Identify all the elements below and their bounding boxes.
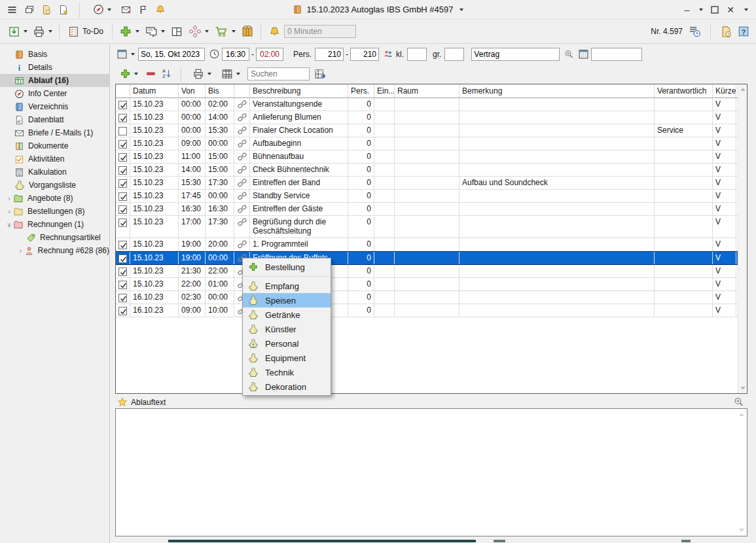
- checkbox-cell[interactable]: [116, 124, 130, 137]
- sidebar-item-ablauf-16-[interactable]: Ablauf (16): [0, 74, 109, 87]
- table-row[interactable]: 16.10.2309:0010:000V: [116, 304, 738, 317]
- column-header-link[interactable]: [234, 84, 250, 97]
- row-checkbox[interactable]: [118, 219, 127, 227]
- sidebar-item-rechnung-628-86-[interactable]: ›Rechnung #628 (86): [0, 244, 109, 257]
- checkbox-cell[interactable]: [116, 150, 130, 163]
- column-header-verantwortlich[interactable]: Verantwortlich: [655, 84, 713, 97]
- sidebar-item-bestellungen-8-[interactable]: ›Bestellungen (8): [0, 205, 109, 218]
- column-header-von[interactable]: Von: [179, 84, 206, 97]
- reminder-input[interactable]: [284, 25, 356, 38]
- package-button[interactable]: [238, 23, 257, 40]
- chevron-down-icon[interactable]: [699, 9, 703, 11]
- chevron-right-icon[interactable]: ›: [5, 194, 13, 202]
- column-header-beschreibung[interactable]: Beschreibung: [250, 84, 348, 97]
- print-list-button[interactable]: [190, 66, 214, 82]
- table-row[interactable]: 15.10.2322:0001:000V: [116, 278, 738, 291]
- people-icon[interactable]: [383, 49, 393, 60]
- checkbox-cell[interactable]: [116, 137, 130, 150]
- date-picker-button[interactable]: [115, 48, 136, 60]
- print-button[interactable]: [30, 24, 55, 40]
- menu-item-dekoration[interactable]: Dekoration: [243, 379, 331, 394]
- column-header-kuerzel[interactable]: Kürzel: [713, 84, 736, 97]
- table-row[interactable]: 15.10.2321:3022:000V: [116, 265, 738, 278]
- row-checkbox[interactable]: [118, 140, 127, 149]
- checkbox-cell[interactable]: [116, 177, 130, 189]
- scroll-up-icon[interactable]: [740, 88, 746, 91]
- table-row[interactable]: 15.10.2316:3016:30Eintreffen der Gäste0V: [116, 203, 738, 216]
- sidebar-item-vorgangsliste[interactable]: Vorgangsliste: [0, 179, 109, 192]
- bell-icon[interactable]: [269, 26, 280, 37]
- scroll-up-icon[interactable]: [739, 413, 744, 416]
- sidebar-item-aktivitäten[interactable]: Aktivitäten: [0, 152, 109, 166]
- export-icon[interactable]: [314, 68, 327, 80]
- table-scrollbar[interactable]: [738, 84, 747, 393]
- checkbox-cell[interactable]: [116, 252, 130, 264]
- vertrag-input[interactable]: [471, 48, 560, 61]
- sidebar-item-kalkulation[interactable]: Kalkulation: [0, 166, 109, 179]
- row-checkbox[interactable]: [118, 307, 127, 315]
- magnifier-icon[interactable]: [564, 49, 574, 60]
- sidebar-item-rechnungen-1-[interactable]: ∨Rechnungen (1): [0, 218, 109, 231]
- checkbox-cell[interactable]: [116, 164, 130, 176]
- table-row[interactable]: 15.10.2311:0015:00Bühnenaufbau0V: [116, 150, 738, 164]
- table-row[interactable]: 15.10.2317:4500:00Standby Service0V: [116, 190, 738, 203]
- sidebar-item-angebote-8-[interactable]: ›Angebote (8): [0, 192, 109, 205]
- view-button[interactable]: [219, 66, 243, 82]
- windows-icon[interactable]: [24, 5, 35, 15]
- column-header-pers[interactable]: Pers.: [348, 84, 374, 97]
- chevron-down-icon[interactable]: ∨: [5, 221, 13, 228]
- notes-button[interactable]: [142, 24, 168, 40]
- sidebar-item-details[interactable]: iDetails: [0, 61, 109, 74]
- doc-clock-icon[interactable]: [41, 5, 52, 15]
- todo-button[interactable]: To-Do: [63, 24, 108, 39]
- magnifier-icon[interactable]: [733, 396, 744, 408]
- checkbox-cell[interactable]: [116, 238, 130, 251]
- menu-item-technik[interactable]: Technik: [243, 365, 331, 379]
- table-row[interactable]: 15.10.2319:0000:00Eröffnung des Buffets0…: [116, 251, 738, 265]
- process-button[interactable]: [186, 23, 211, 40]
- column-header-bemerkung[interactable]: Bemerkung: [459, 84, 655, 97]
- checkbox-cell[interactable]: [116, 98, 130, 111]
- doc-clock-icon[interactable]: [720, 26, 732, 38]
- pers-from-input[interactable]: [315, 48, 344, 61]
- order-button[interactable]: [211, 23, 238, 40]
- row-checkbox[interactable]: [118, 101, 127, 109]
- menu-item-bestellung[interactable]: Bestellung: [243, 260, 331, 274]
- row-checkbox[interactable]: [118, 241, 127, 249]
- chevron-right-icon[interactable]: ›: [17, 247, 24, 254]
- column-header-raum[interactable]: Raum: [395, 84, 459, 97]
- row-checkbox[interactable]: [118, 127, 127, 135]
- column-header-sel[interactable]: [116, 84, 130, 97]
- column-header-bis[interactable]: Bis: [206, 84, 234, 97]
- gr-input[interactable]: [444, 48, 464, 61]
- sidebar-item-dokumente[interactable]: Dokumente: [0, 139, 109, 152]
- table-row[interactable]: 15.10.2315:3017:30Eintreffen der Band0Au…: [116, 177, 738, 190]
- row-checkbox[interactable]: [118, 166, 127, 175]
- sidebar-item-datenblatt[interactable]: Datenblatt: [0, 113, 109, 126]
- minus-icon[interactable]: [145, 68, 156, 79]
- checkbox-cell[interactable]: [116, 278, 130, 290]
- sidebar-item-basis[interactable]: Basis: [0, 48, 109, 61]
- help-icon[interactable]: ?: [738, 26, 749, 37]
- row-checkbox[interactable]: [118, 205, 127, 214]
- chevron-down-icon[interactable]: [459, 9, 463, 11]
- table-row[interactable]: 15.10.2309:0000:00Aufbaubeginn0V: [116, 137, 738, 150]
- doc-star-icon[interactable]: [58, 5, 69, 15]
- roomplan-button[interactable]: [168, 24, 186, 40]
- mail-icon[interactable]: [120, 5, 132, 15]
- table-row[interactable]: 15.10.2300:0014:00Anlieferung Blumen0V: [116, 111, 738, 124]
- menu-item-empfang[interactable]: Empfang: [243, 279, 331, 293]
- pers-to-input[interactable]: [350, 48, 379, 61]
- menu-item-künstler[interactable]: Künstler: [243, 322, 331, 336]
- table-row[interactable]: 15.10.2300:0015:30Finaler Check Location…: [116, 124, 738, 137]
- checkbox-cell[interactable]: [116, 291, 130, 304]
- clock-icon[interactable]: [209, 48, 220, 60]
- import-button[interactable]: [5, 24, 30, 40]
- sidebar-item-verzeichnis[interactable]: Verzeichnis: [0, 100, 109, 113]
- sidebar-item-briefe-e-mails-1-[interactable]: Briefe / E-Mails (1): [0, 126, 109, 139]
- search-input[interactable]: [247, 67, 310, 80]
- add-row-button[interactable]: [117, 66, 141, 81]
- sidebar-item-rechnungsartikel[interactable]: Rechnungsartikel: [0, 231, 109, 244]
- row-checkbox[interactable]: [118, 153, 127, 162]
- column-header-ein[interactable]: Ein...: [374, 84, 395, 97]
